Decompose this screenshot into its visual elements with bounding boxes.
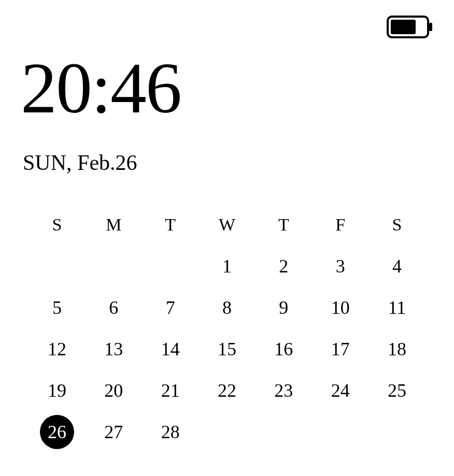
calendar-day[interactable]: 17 [320,336,361,363]
calendar-day[interactable]: 18 [376,336,418,363]
weekday-label: T [263,211,304,238]
calendar-day[interactable]: 16 [263,336,304,363]
calendar-day[interactable]: 3 [320,253,361,280]
calendar-day[interactable]: 27 [93,419,134,445]
calendar-day[interactable]: 6 [93,294,134,321]
calendar-day[interactable]: 15 [206,336,248,363]
calendar-day[interactable]: 14 [150,336,191,363]
weekday-label: F [320,211,361,238]
svg-rect-1 [429,23,432,31]
battery-indicator [387,16,433,38]
calendar-day[interactable]: 25 [376,377,418,404]
calendar-day[interactable]: 4 [376,253,418,280]
calendar-day[interactable]: 12 [36,336,78,363]
weekday-label: W [206,211,248,238]
clock-date: SUN, Feb.26 [23,150,433,175]
calendar-day[interactable]: 8 [206,294,248,321]
calendar-week-row: 1 2 3 4 [36,253,418,280]
calendar-day-number: 26 [48,421,66,443]
calendar-day-empty [206,419,248,445]
calendar-week-row: 19 20 21 22 23 24 25 [36,377,418,404]
calendar-day[interactable]: 11 [376,294,418,321]
calendar-day[interactable]: 5 [36,294,78,321]
calendar-day[interactable]: 22 [206,377,248,404]
calendar-day-empty [36,253,78,280]
battery-icon [387,16,433,38]
calendar-day[interactable]: 28 [150,419,191,445]
clock-time: 20:46 [21,52,433,124]
calendar-day-empty [93,253,134,280]
clock-calendar-widget: 20:46 SUN, Feb.26 S M T W T F S 1 2 3 4 … [0,0,454,476]
calendar-day[interactable]: 7 [150,294,191,321]
weekday-label: M [93,211,134,238]
weekday-label: S [376,211,418,238]
weekday-header-row: S M T W T F S [36,211,418,238]
calendar-day-empty [263,419,304,445]
calendar-day[interactable]: 2 [263,253,304,280]
svg-rect-2 [391,20,416,34]
calendar-day[interactable]: 10 [320,294,361,321]
calendar-day[interactable]: 24 [320,377,361,404]
calendar-day[interactable]: 21 [150,377,191,404]
calendar-day-today[interactable]: 26 [36,419,78,445]
calendar-day[interactable]: 1 [206,253,248,280]
weekday-label: S [36,211,78,238]
calendar-day[interactable]: 23 [263,377,304,404]
calendar-day-empty [150,253,191,280]
calendar-day-empty [320,419,361,445]
calendar-week-row: 12 13 14 15 16 17 18 [36,336,418,363]
calendar-day-empty [376,419,418,445]
calendar-grid: S M T W T F S 1 2 3 4 5 6 7 8 9 10 11 [21,211,433,445]
calendar-day[interactable]: 20 [93,377,134,404]
weekday-label: T [150,211,191,238]
calendar-day[interactable]: 9 [263,294,304,321]
calendar-week-row: 5 6 7 8 9 10 11 [36,294,418,321]
calendar-day[interactable]: 13 [93,336,134,363]
calendar-week-row: 26 27 28 [36,419,418,445]
calendar-day[interactable]: 19 [36,377,78,404]
